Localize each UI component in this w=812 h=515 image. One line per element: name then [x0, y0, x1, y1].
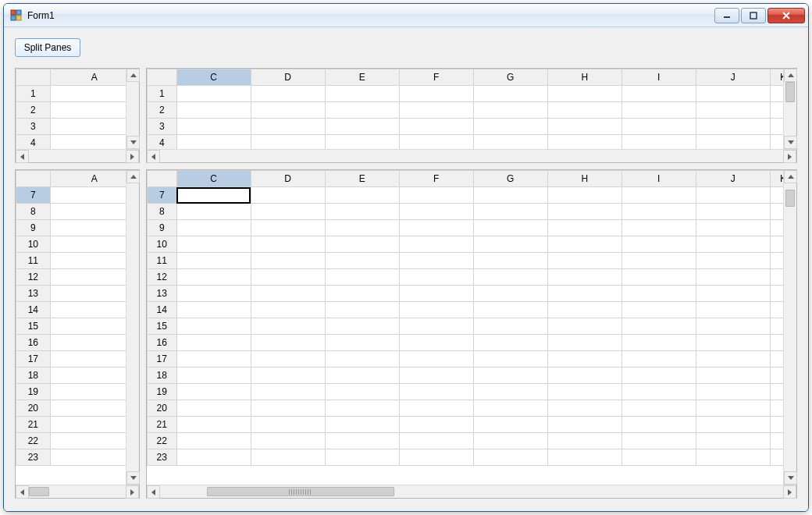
cell-J12[interactable]: [696, 269, 770, 286]
cell-I23[interactable]: [621, 449, 696, 466]
cell-F16[interactable]: [399, 335, 473, 351]
cell-D12[interactable]: [251, 269, 325, 286]
cell-J3[interactable]: [696, 119, 770, 135]
cell-C23[interactable]: [176, 449, 251, 466]
scroll-track[interactable]: [160, 485, 783, 498]
row-header-19[interactable]: 19: [16, 384, 51, 400]
minimize-button[interactable]: [714, 8, 739, 23]
cell-G22[interactable]: [473, 433, 547, 449]
cell-E11[interactable]: [325, 253, 399, 269]
cell-H19[interactable]: [547, 384, 621, 400]
row-header-19[interactable]: 19: [148, 384, 177, 400]
row-header-20[interactable]: 20: [148, 400, 177, 417]
cell-I1[interactable]: [621, 86, 696, 102]
cell-E4[interactable]: [325, 135, 399, 150]
vscrollbar-tl[interactable]: [126, 69, 139, 149]
scroll-track[interactable]: [29, 150, 126, 162]
cell-H4[interactable]: [547, 135, 621, 150]
cell-C11[interactable]: [176, 253, 251, 269]
row-header-11[interactable]: 11: [148, 253, 177, 269]
cell-G10[interactable]: [473, 236, 547, 253]
row-header-21[interactable]: 21: [16, 417, 51, 433]
cell-E18[interactable]: [325, 368, 399, 384]
cell-D1[interactable]: [251, 86, 325, 102]
row-header-16[interactable]: 16: [148, 335, 177, 351]
cell-J8[interactable]: [696, 204, 770, 220]
cell-G8[interactable]: [473, 204, 547, 220]
scroll-track[interactable]: [126, 183, 139, 471]
scroll-up-button[interactable]: [784, 69, 796, 82]
cell-D7[interactable]: [251, 187, 325, 204]
cell-J23[interactable]: [696, 449, 770, 466]
row-header-1[interactable]: 1: [16, 86, 51, 102]
scroll-right-button[interactable]: [126, 485, 139, 499]
cell-F17[interactable]: [399, 351, 473, 368]
cell-E9[interactable]: [325, 220, 399, 236]
row-header-18[interactable]: 18: [148, 368, 177, 384]
cell-J13[interactable]: [696, 286, 770, 302]
hscrollbar-br[interactable]: [147, 485, 796, 498]
scroll-track[interactable]: [784, 183, 796, 471]
cell-I17[interactable]: [621, 351, 696, 368]
cell-F3[interactable]: [399, 119, 473, 135]
cell-F12[interactable]: [399, 269, 473, 286]
cell-I13[interactable]: [621, 286, 696, 302]
cell-E7[interactable]: [325, 187, 399, 204]
col-header-F[interactable]: F: [399, 171, 473, 187]
row-header-10[interactable]: 10: [148, 236, 177, 253]
cell-E12[interactable]: [325, 269, 399, 286]
cell-F21[interactable]: [399, 417, 473, 433]
row-header-10[interactable]: 10: [16, 236, 51, 253]
row-header-4[interactable]: 4: [16, 135, 51, 150]
cell-H16[interactable]: [547, 335, 621, 351]
hscrollbar-tr[interactable]: [147, 149, 796, 162]
cell-C4[interactable]: [176, 135, 251, 150]
cell-G4[interactable]: [473, 135, 547, 150]
row-header-9[interactable]: 9: [148, 220, 177, 236]
cell-G20[interactable]: [473, 400, 547, 417]
cell-G9[interactable]: [473, 220, 547, 236]
cell-I21[interactable]: [621, 417, 696, 433]
hscrollbar-bl[interactable]: [16, 485, 139, 498]
cell-I8[interactable]: [621, 204, 696, 220]
cell-G14[interactable]: [473, 302, 547, 318]
scroll-up-button[interactable]: [126, 69, 139, 82]
cell-J4[interactable]: [696, 135, 770, 150]
row-header-4[interactable]: 4: [148, 135, 177, 150]
cell-I18[interactable]: [621, 368, 696, 384]
select-all-corner[interactable]: [148, 69, 177, 86]
col-header-D[interactable]: D: [251, 69, 325, 86]
row-header-3[interactable]: 3: [148, 119, 177, 135]
cell-H11[interactable]: [547, 253, 621, 269]
cell-G17[interactable]: [473, 351, 547, 368]
cell-I3[interactable]: [621, 119, 696, 135]
cell-E15[interactable]: [325, 318, 399, 335]
scroll-up-button[interactable]: [784, 170, 796, 183]
cell-F7[interactable]: [399, 187, 473, 204]
cell-F22[interactable]: [399, 433, 473, 449]
row-header-7[interactable]: 7: [148, 187, 177, 204]
cell-F2[interactable]: [399, 102, 473, 119]
cell-F4[interactable]: [399, 135, 473, 150]
select-all-corner[interactable]: [16, 69, 51, 86]
scroll-track[interactable]: [160, 150, 783, 162]
scroll-right-button[interactable]: [783, 485, 796, 499]
col-header-J[interactable]: J: [696, 171, 770, 187]
scroll-thumb[interactable]: [785, 82, 795, 102]
row-header-14[interactable]: 14: [16, 302, 51, 318]
cell-I20[interactable]: [621, 400, 696, 417]
cell-F14[interactable]: [399, 302, 473, 318]
row-header-22[interactable]: 22: [148, 433, 177, 449]
cell-C22[interactable]: [176, 433, 251, 449]
cell-C2[interactable]: [176, 102, 251, 119]
cell-J7[interactable]: [696, 187, 770, 204]
cell-G23[interactable]: [473, 449, 547, 466]
cell-I14[interactable]: [621, 302, 696, 318]
cell-F13[interactable]: [399, 286, 473, 302]
row-header-23[interactable]: 23: [148, 449, 177, 466]
col-header-F[interactable]: F: [399, 69, 473, 86]
row-header-12[interactable]: 12: [16, 269, 51, 286]
cell-J17[interactable]: [696, 351, 770, 368]
cell-G16[interactable]: [473, 335, 547, 351]
cell-H8[interactable]: [547, 204, 621, 220]
